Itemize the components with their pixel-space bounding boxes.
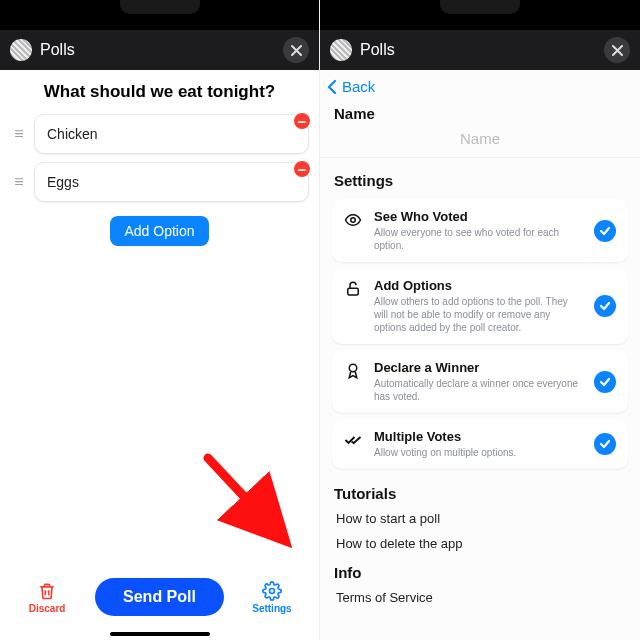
discard-label: Discard (29, 603, 66, 614)
minus-icon: − (298, 114, 307, 129)
setting-desc: Allow everyone to see who voted for each… (374, 226, 584, 252)
home-indicator (110, 632, 210, 636)
setting-declare-winner[interactable]: Declare a WinnerAutomatically declare a … (332, 350, 628, 413)
option-input[interactable]: Chicken − (34, 114, 309, 154)
option-row: ≡ Chicken − (0, 110, 319, 158)
tutorial-item[interactable]: How to delete the app (320, 531, 640, 556)
chevron-left-icon (326, 79, 338, 95)
bottom-toolbar: Discard Send Poll Settings (0, 568, 319, 640)
close-icon (612, 45, 623, 56)
setting-desc: Allow voting on multiple options. (374, 446, 584, 459)
setting-desc: Allow others to add options to the poll.… (374, 295, 584, 334)
unlock-icon (344, 280, 362, 298)
svg-rect-2 (348, 288, 359, 295)
setting-title: Multiple Votes (374, 429, 584, 444)
settings-label: Settings (252, 603, 291, 614)
check-icon (599, 300, 611, 312)
remove-option-button[interactable]: − (292, 111, 312, 131)
eye-icon (344, 211, 362, 229)
setting-desc: Automatically declare a winner once ever… (374, 377, 584, 403)
name-header: Name (320, 99, 640, 126)
close-icon (291, 45, 302, 56)
annotation-arrow-icon (200, 450, 310, 560)
status-bar (0, 0, 319, 30)
setting-multiple-votes[interactable]: Multiple VotesAllow voting on multiple o… (332, 419, 628, 469)
toggle-check[interactable] (594, 295, 616, 317)
tutorial-item[interactable]: How to start a poll (320, 506, 640, 531)
info-item[interactable]: Terms of Service (320, 585, 640, 610)
send-poll-button[interactable]: Send Poll (95, 578, 224, 616)
check-icon (599, 225, 611, 237)
discard-button[interactable]: Discard (17, 581, 77, 614)
option-input[interactable]: Eggs − (34, 162, 309, 202)
setting-add-options[interactable]: Add OptionsAllow others to add options t… (332, 268, 628, 344)
title-bar: Polls (320, 30, 640, 70)
close-button[interactable] (283, 37, 309, 63)
tutorials-header: Tutorials (320, 475, 640, 506)
toggle-check[interactable] (594, 371, 616, 393)
gear-icon (262, 581, 282, 601)
back-button[interactable]: Back (320, 70, 640, 99)
toggle-check[interactable] (594, 220, 616, 242)
info-header: Info (320, 556, 640, 585)
drag-handle-icon[interactable]: ≡ (10, 126, 28, 142)
title-bar: Polls (0, 30, 319, 70)
ribbon-icon (344, 362, 362, 380)
name-input[interactable]: Name (320, 126, 640, 158)
svg-point-1 (351, 218, 356, 223)
poll-compose-screen: Polls What should we eat tonight? ≡ Chic… (0, 0, 320, 640)
setting-title: See Who Voted (374, 209, 584, 224)
toggle-check[interactable] (594, 433, 616, 455)
drag-handle-icon[interactable]: ≡ (10, 174, 28, 190)
option-row: ≡ Eggs − (0, 158, 319, 206)
setting-title: Add Options (374, 278, 584, 293)
svg-point-3 (349, 364, 357, 372)
option-text: Chicken (47, 126, 98, 142)
settings-header: Settings (320, 166, 640, 193)
app-badge-icon (330, 39, 352, 61)
remove-option-button[interactable]: − (292, 159, 312, 179)
minus-icon: − (298, 162, 307, 177)
settings-button[interactable]: Settings (242, 581, 302, 614)
setting-see-who-voted[interactable]: See Who VotedAllow everyone to see who v… (332, 199, 628, 262)
app-title: Polls (360, 41, 596, 59)
app-title: Polls (40, 41, 275, 59)
add-option-button[interactable]: Add Option (110, 216, 208, 246)
double-check-icon (344, 431, 362, 449)
poll-settings-screen: Polls Back Name Name Settings See Who Vo… (320, 0, 640, 640)
close-button[interactable] (604, 37, 630, 63)
check-icon (599, 438, 611, 450)
poll-question: What should we eat tonight? (0, 70, 319, 110)
svg-point-0 (269, 588, 274, 593)
back-label: Back (342, 78, 375, 95)
status-bar (320, 0, 640, 30)
setting-title: Declare a Winner (374, 360, 584, 375)
option-text: Eggs (47, 174, 79, 190)
check-icon (599, 376, 611, 388)
app-badge-icon (10, 39, 32, 61)
trash-icon (37, 581, 57, 601)
